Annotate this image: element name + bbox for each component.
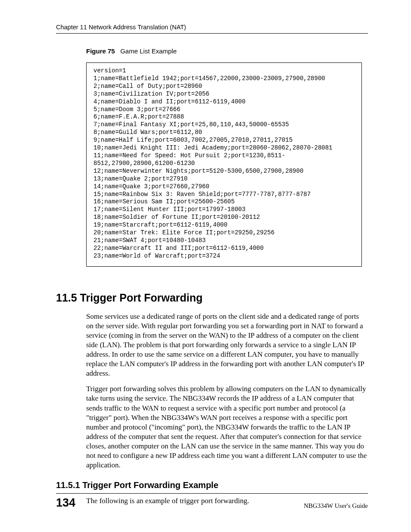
figure-label: Figure 75 [86, 47, 115, 55]
body-paragraph: Some services use a dedicated range of p… [86, 312, 368, 379]
page: Chapter 11 Network Address Translation (… [0, 0, 411, 532]
section-heading: 11.5 Trigger Port Forwarding [56, 292, 368, 304]
body-paragraph: Trigger port forwarding solves this prob… [86, 384, 368, 470]
guide-title: NBG334W User's Guide [304, 502, 368, 510]
running-header: Chapter 11 Network Address Translation (… [56, 24, 368, 34]
page-footer: 134 NBG334W User's Guide [56, 493, 368, 510]
code-listing: version=1 1;name=Battlefield 1942;port=1… [86, 62, 362, 267]
page-number: 134 [56, 496, 75, 510]
figure-caption: Figure 75 Game List Example [86, 47, 368, 55]
subsection-heading: 11.5.1 Trigger Port Forwarding Example [56, 480, 368, 490]
figure-title: Game List Example [120, 47, 177, 55]
